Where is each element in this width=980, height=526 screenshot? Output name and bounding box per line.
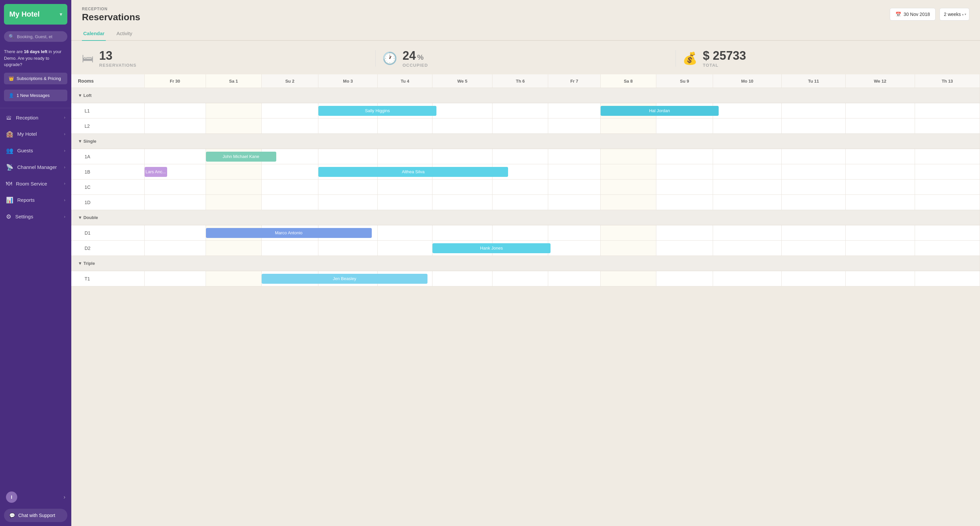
calendar-cell[interactable] <box>261 118 318 134</box>
calendar-cell[interactable] <box>713 195 782 210</box>
calendar-cell[interactable] <box>656 149 713 164</box>
calendar-cell[interactable] <box>205 118 261 134</box>
calendar-cell[interactable] <box>318 180 377 195</box>
calendar-cell[interactable] <box>915 225 980 241</box>
calendar-cell[interactable] <box>600 180 656 195</box>
calendar-cell[interactable] <box>318 241 377 256</box>
reservation-block[interactable]: Lars Anc... <box>145 167 167 177</box>
calendar-cell[interactable] <box>782 225 845 241</box>
calendar-cell[interactable] <box>845 180 915 195</box>
calendar-cell[interactable] <box>656 118 713 134</box>
calendar-cell[interactable] <box>205 241 261 256</box>
calendar-cell[interactable] <box>713 271 782 286</box>
calendar-cell[interactable] <box>548 225 600 241</box>
calendar-cell[interactable] <box>656 164 713 180</box>
calendar-cell[interactable] <box>845 149 915 164</box>
calendar-cell[interactable] <box>548 149 600 164</box>
user-row[interactable]: I › <box>4 488 67 506</box>
calendar-cell[interactable] <box>144 103 205 118</box>
calendar-cell[interactable] <box>845 225 915 241</box>
calendar-cell[interactable] <box>713 241 782 256</box>
calendar-cell[interactable] <box>600 225 656 241</box>
calendar-cell[interactable] <box>144 118 205 134</box>
calendar-cell[interactable] <box>432 195 492 210</box>
date-picker[interactable]: 📅 30 Nov 2018 <box>890 8 935 21</box>
calendar-cell[interactable] <box>144 271 205 286</box>
calendar-cell[interactable] <box>548 195 600 210</box>
tab-activity[interactable]: Activity <box>115 28 134 41</box>
calendar-cell[interactable] <box>144 241 205 256</box>
calendar-cell[interactable]: Sally Higgins <box>318 103 377 118</box>
calendar-cell[interactable]: Hal Jordan <box>600 103 656 118</box>
calendar-cell[interactable] <box>713 149 782 164</box>
calendar-cell[interactable] <box>493 149 548 164</box>
calendar-cell[interactable] <box>261 195 318 210</box>
calendar-cell[interactable] <box>548 180 600 195</box>
calendar-cell[interactable] <box>205 164 261 180</box>
calendar-cell[interactable] <box>144 149 205 164</box>
calendar-cell[interactable] <box>782 118 845 134</box>
reservation-block[interactable]: Hank Jones <box>433 243 550 253</box>
calendar-cell[interactable] <box>493 271 548 286</box>
calendar-cell[interactable] <box>600 271 656 286</box>
calendar-cell[interactable] <box>378 225 433 241</box>
calendar-cell[interactable] <box>782 149 845 164</box>
calendar-cell[interactable] <box>845 271 915 286</box>
sidebar-item-reception[interactable]: 🛎 Reception › <box>0 110 71 126</box>
calendar-cell[interactable] <box>600 118 656 134</box>
reservation-block[interactable]: Jen Beasley <box>262 274 428 284</box>
messages-button[interactable]: 👤 1 New Messages <box>4 89 67 101</box>
calendar-cell[interactable] <box>261 164 318 180</box>
calendar-cell[interactable] <box>782 195 845 210</box>
hotel-brand-button[interactable]: My Hotel ▾ <box>4 4 67 25</box>
calendar-cell[interactable] <box>600 149 656 164</box>
calendar-cell[interactable] <box>782 180 845 195</box>
calendar-cell[interactable] <box>548 118 600 134</box>
calendar-cell[interactable] <box>845 241 915 256</box>
calendar-cell[interactable] <box>548 103 600 118</box>
search-box[interactable]: 🔍 <box>4 31 67 42</box>
calendar-cell[interactable] <box>656 225 713 241</box>
calendar-cell[interactable] <box>915 103 980 118</box>
calendar-cell[interactable] <box>261 180 318 195</box>
calendar-cell[interactable] <box>782 164 845 180</box>
calendar-cell[interactable]: Lars Anc... <box>144 164 205 180</box>
calendar-cell[interactable] <box>144 195 205 210</box>
calendar-cell[interactable] <box>493 103 548 118</box>
sidebar-item-channel-manager[interactable]: 📡 Channel Manager › <box>0 159 71 175</box>
calendar-cell[interactable] <box>845 118 915 134</box>
calendar-cell[interactable] <box>318 149 377 164</box>
calendar-cell[interactable] <box>144 225 205 241</box>
calendar-cell[interactable] <box>713 225 782 241</box>
calendar-cell[interactable] <box>782 241 845 256</box>
calendar-cell[interactable] <box>915 195 980 210</box>
calendar-cell[interactable] <box>318 118 377 134</box>
calendar-cell[interactable] <box>600 195 656 210</box>
calendar-cell[interactable]: Marco Antonio <box>205 225 261 241</box>
calendar-cell[interactable] <box>378 118 433 134</box>
calendar-cell[interactable] <box>378 149 433 164</box>
calendar-cell[interactable] <box>915 180 980 195</box>
calendar-cell[interactable] <box>432 271 492 286</box>
calendar-cell[interactable] <box>656 180 713 195</box>
calendar-cell[interactable] <box>845 164 915 180</box>
calendar-cell[interactable] <box>261 103 318 118</box>
calendar-cell[interactable] <box>432 225 492 241</box>
calendar-cell[interactable] <box>378 195 433 210</box>
chat-support-button[interactable]: 💬 Chat with Support <box>4 509 67 522</box>
calendar-cell[interactable] <box>713 118 782 134</box>
calendar-cell[interactable] <box>782 271 845 286</box>
search-input[interactable] <box>17 34 63 39</box>
calendar-cell[interactable] <box>600 241 656 256</box>
calendar-cell[interactable] <box>378 180 433 195</box>
calendar-cell[interactable] <box>493 195 548 210</box>
calendar-cell[interactable] <box>915 164 980 180</box>
calendar-cell[interactable] <box>548 164 600 180</box>
calendar-cell[interactable] <box>432 103 492 118</box>
calendar-cell[interactable] <box>493 225 548 241</box>
calendar-cell[interactable] <box>548 271 600 286</box>
calendar-cell[interactable] <box>713 103 782 118</box>
calendar-cell[interactable]: John Michael Kane <box>205 149 261 164</box>
calendar-cell[interactable] <box>378 241 433 256</box>
calendar-cell[interactable] <box>432 118 492 134</box>
